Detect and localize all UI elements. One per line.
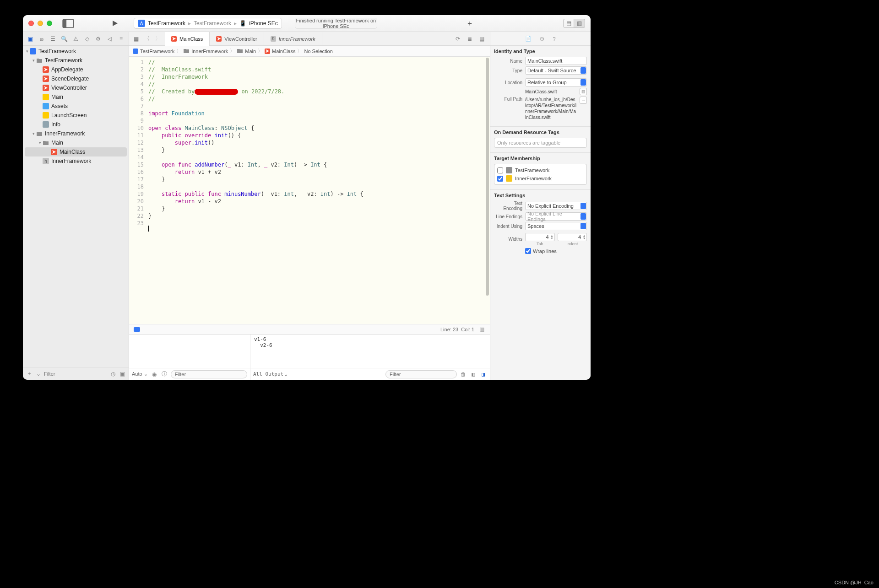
text-settings-section: Text Settings Text EncodingNo Explicit E… — [490, 190, 591, 259]
recent-icon[interactable]: ◷ — [109, 371, 117, 377]
tab-viewcontroller[interactable]: ViewController — [210, 32, 264, 46]
forward-button[interactable]: 〉 — [153, 34, 163, 44]
variables-filter-input[interactable] — [171, 370, 247, 378]
editor-options-icon[interactable]: ▥ — [478, 326, 485, 333]
editor-area: ▦ 〈 〉 MainClassViewControllerhInnerFrame… — [129, 32, 490, 380]
swift-icon — [216, 36, 222, 42]
tree-item-scenedelegate[interactable]: SceneDelegate — [23, 74, 129, 83]
wrap-lines-checkbox[interactable] — [525, 248, 531, 254]
location-select[interactable]: Relative to Group — [525, 78, 587, 86]
navigator-filter-input[interactable] — [44, 371, 108, 377]
tree-group-main[interactable]: ▾Main — [23, 138, 129, 147]
editor-status-bar: Line: 23 Col: 1 ▥ — [129, 324, 490, 334]
test-navigator-icon[interactable]: ◇ — [82, 34, 92, 43]
inspector-selector: 📄 ◷ ? — [490, 32, 591, 46]
auto-scope[interactable]: Auto ⌄ — [132, 371, 148, 377]
activity-status: Finished running TestFramework on iPhone… — [295, 18, 377, 29]
tab-innerframework[interactable]: hInnerFramework — [264, 32, 322, 46]
close-window[interactable] — [28, 21, 34, 26]
breakpoint-navigator-icon[interactable]: ◁ — [105, 34, 114, 43]
reveal-icon[interactable]: → — [580, 97, 587, 104]
find-navigator-icon[interactable]: 🔍 — [60, 34, 69, 43]
name-field[interactable]: MainClass.swift — [525, 57, 587, 65]
filter-icon[interactable]: ⌄ — [35, 371, 42, 377]
target-icon — [506, 167, 512, 173]
line-endings-select[interactable]: No Explicit Line Endings — [525, 212, 587, 221]
assistant-icon[interactable]: ▤ — [477, 34, 486, 43]
tree-item-assets[interactable]: Assets — [23, 102, 129, 111]
target-icon — [506, 175, 512, 182]
tab-mainclass[interactable]: MainClass — [165, 32, 210, 46]
project-tree[interactable]: ▾TestFramework ▾TestFramework AppDelegat… — [23, 46, 129, 367]
left-panel-icon[interactable]: ◧ — [470, 371, 477, 378]
console-scope[interactable]: All Output ⌄ — [253, 371, 288, 377]
navigator-filter: ＋ ⌄ ◷ ▣ — [23, 367, 129, 380]
debug-navigator-icon[interactable]: ⚙ — [94, 34, 103, 43]
inspector: 📄 ◷ ? Identity and Type NameMainClass.sw… — [490, 32, 591, 380]
tree-item-appdelegate[interactable]: AppDelegate — [23, 65, 129, 74]
target-checkbox[interactable] — [497, 176, 503, 182]
variables-view[interactable]: Auto ⌄ ◉ ⓘ — [129, 334, 250, 380]
type-select[interactable]: Default - Swift Source — [525, 66, 587, 75]
odr-section: On Demand Resource Tags Only resources a… — [490, 127, 591, 153]
tree-item-mainclass[interactable]: MainClass — [25, 147, 127, 156]
svg-marker-2 — [113, 21, 118, 26]
source-editor[interactable]: 1234567891011121314151617181920212223 //… — [129, 57, 490, 324]
tree-item-inner-header[interactable]: hInnerFramework — [23, 156, 129, 166]
file-inspector-icon[interactable]: 📄 — [525, 36, 532, 42]
line-gutter: 1234567891011121314151617181920212223 — [129, 57, 146, 324]
symbol-navigator-icon[interactable]: ☰ — [49, 34, 58, 43]
choose-location-icon[interactable]: ▥ — [580, 88, 587, 95]
issue-navigator-icon[interactable]: ⚠ — [71, 34, 80, 43]
run-button[interactable] — [109, 18, 121, 28]
back-button[interactable]: 〈 — [142, 34, 152, 44]
tree-root[interactable]: ▾TestFramework — [23, 47, 129, 56]
indent-using-select[interactable]: Spaces — [525, 222, 587, 230]
tree-item-launchscreen[interactable]: LaunchScreen — [23, 111, 129, 120]
console-view[interactable]: v1-6 v2-6 All Output ⌄ 🗑 ◧ ◨ — [250, 334, 490, 380]
tree-group-testframework[interactable]: ▾TestFramework — [23, 56, 129, 65]
target-checkbox[interactable] — [497, 167, 503, 173]
tree-item-info[interactable]: Info — [23, 120, 129, 129]
navigator: ▣ ⎄ ☰ 🔍 ⚠ ◇ ⚙ ◁ ≡ ▾TestFramework ▾TestFr… — [23, 32, 129, 380]
history-inspector-icon[interactable]: ◷ — [540, 36, 544, 42]
identity-section: Identity and Type NameMainClass.swift Ty… — [490, 46, 591, 127]
tab-width-stepper[interactable]: 4▲▼ — [525, 233, 555, 241]
indent-width-stepper[interactable]: 4▲▼ — [558, 233, 587, 241]
debug-area-toggle[interactable]: ▤ — [563, 19, 574, 28]
add-file-icon[interactable]: ＋ — [26, 370, 33, 378]
tree-item-viewcontroller[interactable]: ViewController — [23, 83, 129, 92]
jump-bar[interactable]: TestFramework 〉 InnerFramework 〉 Main 〉 … — [129, 46, 490, 57]
target-testframework[interactable]: TestFramework — [497, 166, 584, 174]
titlebar: A TestFramework ▸ TestFramework ▸ 📱 iPho… — [23, 15, 591, 32]
code-content[interactable]: //// MainClass.swift// InnerFramework///… — [146, 57, 490, 324]
sidebar-toggle-icon[interactable] — [62, 18, 74, 28]
related-items-icon[interactable]: ▦ — [131, 34, 141, 44]
vertical-scrollbar[interactable] — [486, 58, 489, 323]
right-panel-icon[interactable]: ◨ — [480, 371, 487, 378]
scheme-target-right: iPhone SEc — [249, 20, 278, 27]
scheme-selector[interactable]: A TestFramework ▸ TestFramework ▸ 📱 iPho… — [134, 18, 282, 29]
inspector-toggle[interactable]: ▥ — [574, 19, 585, 28]
add-editor-button[interactable]: ＋ — [466, 19, 473, 28]
project-navigator-icon[interactable]: ▣ — [26, 34, 35, 43]
minimap-toggle-icon[interactable] — [134, 327, 140, 332]
target-innerframework[interactable]: InnerFramework — [497, 174, 584, 183]
info-icon[interactable]: ⓘ — [161, 370, 168, 378]
tree-item-mainstoryboard[interactable]: Main — [23, 92, 129, 102]
adjust-editor-icon[interactable]: ≣ — [465, 34, 474, 43]
svg-rect-1 — [63, 19, 66, 27]
console-filter-input[interactable] — [385, 370, 457, 378]
report-navigator-icon[interactable]: ≡ — [117, 34, 126, 43]
minimize-window[interactable] — [38, 21, 43, 26]
trash-icon[interactable]: 🗑 — [460, 371, 467, 378]
source-control-navigator-icon[interactable]: ⎄ — [37, 34, 46, 43]
help-inspector-icon[interactable]: ? — [553, 36, 555, 42]
tree-group-innerframework[interactable]: ▾InnerFramework — [23, 129, 129, 138]
scm-filter-icon[interactable]: ▣ — [119, 371, 126, 377]
zoom-window[interactable] — [47, 21, 52, 26]
text-encoding-select[interactable]: No Explicit Encoding — [525, 202, 587, 210]
refresh-icon[interactable]: ⟳ — [453, 34, 462, 43]
eye-icon[interactable]: ◉ — [151, 371, 158, 378]
panel-toggle: ▤ ▥ — [563, 19, 585, 28]
